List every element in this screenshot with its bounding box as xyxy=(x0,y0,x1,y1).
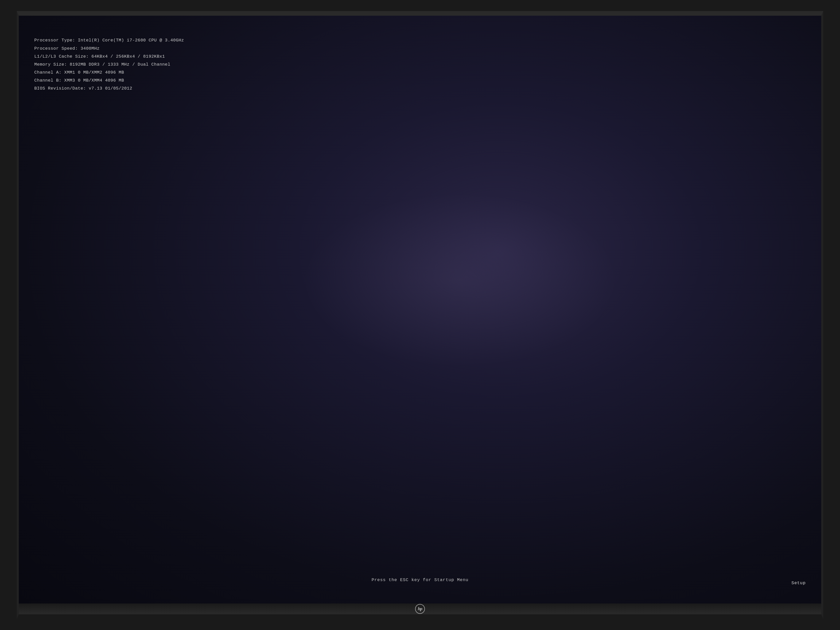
bottom-area: Press the ESC key for Startup Menu Setup xyxy=(34,578,805,593)
screen-content: Processor Type: Intel(R) Core(TM) i7-260… xyxy=(19,16,821,603)
bios-line-1: Processor Speed: 3400MHz xyxy=(34,44,805,52)
hp-logo: hp xyxy=(415,604,425,614)
setup-label: Setup xyxy=(791,581,805,586)
bios-line-5: Channel B: XMM3 0 MB/XMM4 4096 MB xyxy=(34,76,805,84)
bios-info: Processor Type: Intel(R) Core(TM) i7-260… xyxy=(34,36,805,92)
press-esc-message: Press the ESC key for Startup Menu xyxy=(372,578,469,583)
bios-line-4: Channel A: XMM1 0 MB/XMM2 4096 MB xyxy=(34,68,805,76)
bios-line-6: BIOS Revision/Date: v7.13 01/05/2012 xyxy=(34,84,805,92)
bios-line-2: L1/L2/L3 Cache Size: 64KBx4 / 256KBx4 / … xyxy=(34,52,805,60)
bios-line-3: Memory Size: 8192MB DDR3 / 1333 MHz / Du… xyxy=(34,60,805,68)
bottom-bezel: hp xyxy=(17,603,823,619)
screen-bezel: Processor Type: Intel(R) Core(TM) i7-260… xyxy=(17,11,823,603)
bios-line-0: Processor Type: Intel(R) Core(TM) i7-260… xyxy=(34,36,805,44)
